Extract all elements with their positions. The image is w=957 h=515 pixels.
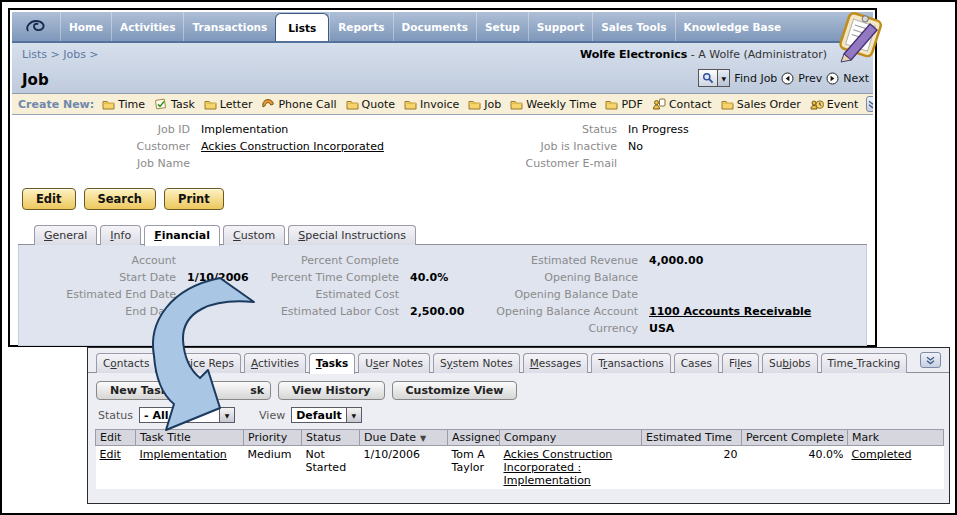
field-estimated-revenue: Estimated Revenue4,000.00 — [419, 252, 811, 269]
column-header-percent-complete[interactable]: Percent Complete — [742, 430, 848, 446]
field-link-customer[interactable]: Ackies Construction Incorporated — [201, 138, 384, 155]
column-header-company[interactable]: Company — [500, 430, 642, 446]
create-new-weekly-time[interactable]: Weekly Time — [510, 98, 596, 111]
covered-task-button[interactable]: sk — [189, 381, 271, 400]
column-header-estimated-time[interactable]: Estimated Time — [642, 430, 742, 446]
sublist-tab-cases[interactable]: Cases — [674, 353, 719, 373]
clipboard-pen-icon — [831, 11, 889, 63]
nav-tab-reports[interactable]: Reports — [329, 12, 392, 41]
edit-button[interactable]: Edit — [22, 188, 76, 210]
field-value-currency: USA — [649, 320, 674, 337]
sublist-tab-subjobs[interactable]: Subjobs — [762, 353, 817, 373]
nav-tab-lists[interactable]: Lists — [275, 13, 329, 41]
link-mark[interactable]: Completed — [852, 448, 912, 461]
sublist-tab-transactions[interactable]: Transactions — [591, 353, 671, 373]
field-label-end-date: End Date — [31, 303, 187, 320]
create-new-letter[interactable]: Letter — [204, 98, 253, 111]
nav-tab-knowledge-base[interactable]: Knowledge Base — [675, 12, 790, 41]
customize-view-button[interactable]: Customize View — [392, 381, 518, 400]
column-header-edit[interactable]: Edit — [96, 430, 136, 446]
record-tab-financial[interactable]: Financial — [144, 225, 220, 246]
column-header-due-date[interactable]: Due Date▼ — [360, 430, 448, 446]
nav-tab-activities[interactable]: Activities — [111, 12, 183, 41]
sublist-tab-contacts[interactable]: Contacts — [96, 353, 156, 373]
create-new-time[interactable]: Time — [102, 98, 145, 111]
table-row: EditImplementationMediumNot Started1/10/… — [96, 446, 944, 490]
nav-tab-home[interactable]: Home — [60, 12, 111, 41]
find-dropdown-arrow-icon[interactable]: ▼ — [717, 70, 729, 86]
link-task-title[interactable]: Implementation — [140, 448, 227, 461]
column-header-assigned-to[interactable]: Assigned To — [448, 430, 500, 446]
find-label: Find Job — [734, 72, 777, 85]
chevron-down-icon[interactable]: ▼ — [346, 408, 361, 422]
search-button[interactable]: Search — [84, 188, 157, 210]
create-new-phone-call[interactable]: Phone Call — [261, 98, 336, 111]
field-label-estimated-labor-cost: Estimated Labor Cost — [195, 303, 410, 320]
folder-icon — [204, 98, 217, 111]
view-history-button[interactable]: View History — [278, 381, 384, 400]
next-icon[interactable] — [826, 72, 839, 85]
create-new-quote[interactable]: Quote — [346, 98, 395, 111]
swirl-logo-icon[interactable] — [12, 12, 60, 41]
cell-status: Not Started — [302, 446, 360, 490]
collapse-bar-button[interactable] — [866, 96, 873, 112]
sublist-tab-tasks[interactable]: Tasks — [309, 353, 355, 374]
create-new-pdf[interactable]: PDF — [605, 98, 642, 111]
create-new-sales-order[interactable]: Sales Order — [721, 98, 801, 111]
field-customer: CustomerAckies Construction Incorporated — [12, 138, 384, 155]
nav-tab-support[interactable]: Support — [528, 12, 592, 41]
column-header-mark[interactable]: Mark — [848, 430, 944, 446]
field-value-job-is-inactive: No — [628, 138, 643, 155]
nav-tab-sales-tools[interactable]: Sales Tools — [592, 12, 674, 41]
sublist-tab-activities[interactable]: Activities — [244, 353, 306, 373]
sublist-tab-files[interactable]: Files — [722, 353, 759, 373]
field-link-opening-balance-account[interactable]: 1100 Accounts Receivable — [649, 303, 811, 320]
main-window: HomeActivitiesTransactionsListsReportsDo… — [8, 8, 877, 347]
breadcrumb[interactable]: Lists > Jobs > — [22, 48, 99, 61]
next-label[interactable]: Next — [843, 72, 869, 85]
record-tab-custom[interactable]: Custom — [223, 225, 285, 245]
sublist-tab-system-notes[interactable]: System Notes — [433, 353, 520, 373]
field-opening-balance: Opening Balance — [419, 269, 811, 286]
prev-label[interactable]: Prev — [798, 72, 822, 85]
sublist-panel: ContactsService RepsActivitiesTasksUser … — [87, 347, 950, 504]
create-new-invoice[interactable]: Invoice — [404, 98, 459, 111]
print-button[interactable]: Print — [164, 188, 224, 210]
nav-tab-transactions[interactable]: Transactions — [183, 12, 275, 41]
column-header-priority[interactable]: Priority — [244, 430, 302, 446]
sublist-tab-user-notes[interactable]: User Notes — [358, 353, 430, 373]
collapse-panel-button[interactable] — [920, 352, 941, 368]
field-value-status: In Progress — [628, 121, 689, 138]
create-new-task[interactable]: Task — [154, 98, 195, 111]
new-task-button[interactable]: New Task — [96, 381, 182, 400]
record-tab-general[interactable]: General — [34, 225, 97, 245]
record-tab-special-instructions[interactable]: Special Instructions — [288, 225, 416, 245]
create-new-event[interactable]: Event — [810, 98, 859, 111]
link-company[interactable]: Ackies Construction Incorporated : Imple… — [504, 448, 613, 487]
nav-tab-setup[interactable]: Setup — [476, 12, 528, 41]
column-header-status[interactable]: Status — [302, 430, 360, 446]
field-label-customer-e-mail: Customer E-mail — [424, 155, 628, 172]
view-select[interactable]: Default ▼ — [291, 407, 362, 423]
prev-icon[interactable] — [781, 72, 794, 85]
chevron-down-icon[interactable]: ▼ — [219, 408, 234, 422]
status-select[interactable]: - All - ▼ — [139, 407, 235, 423]
sublist-buttons: New Task sk View History Customize View — [96, 381, 949, 400]
sublist-tabstrip: ContactsService RepsActivitiesTasksUser … — [88, 353, 949, 373]
create-new-job[interactable]: Job — [468, 98, 501, 111]
field-label-job-id: Job ID — [12, 121, 201, 138]
sublist-tab-service-reps[interactable]: Service Reps — [159, 353, 241, 373]
link-edit[interactable]: Edit — [100, 448, 121, 461]
create-new-contact[interactable]: Contact — [652, 98, 712, 111]
text-assigned-to: Tom A Taylor — [452, 448, 485, 474]
sublist-tab-time-tracking[interactable]: Time Tracking — [821, 353, 908, 373]
record-tab-info[interactable]: Info — [100, 225, 141, 245]
field-customer-e-mail: Customer E-mail — [424, 155, 689, 172]
field-label-account: Account — [31, 252, 187, 269]
nav-tab-documents[interactable]: Documents — [393, 12, 476, 41]
column-header-label: Estimated Time — [646, 431, 732, 444]
find-button[interactable]: ▼ — [698, 69, 730, 87]
column-header-task-title[interactable]: Task Title — [136, 430, 244, 446]
sublist-tab-messages[interactable]: Messages — [523, 353, 589, 373]
field-value-estimated-revenue: 4,000.00 — [649, 252, 703, 269]
